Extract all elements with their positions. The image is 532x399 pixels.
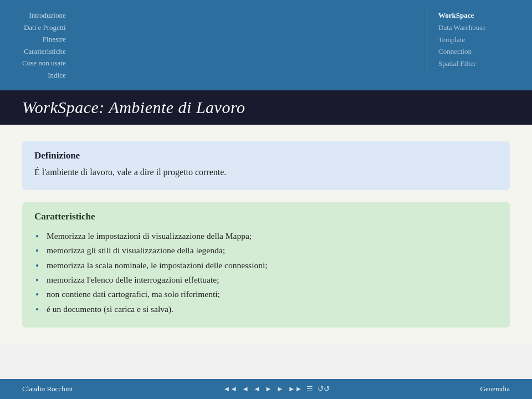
- nav-arrows: ◄◄ ◄ ◄ ► ► ►► ☰ ↺↺: [222, 385, 331, 393]
- main-content: Definizione É l'ambiente di lavoro, vale…: [0, 125, 532, 344]
- arrow-first[interactable]: ◄◄: [222, 385, 238, 393]
- list-item: memorizza l'elenco delle interrogazioni …: [34, 273, 498, 287]
- list-item: memorizza gli stili di visualizzazione d…: [34, 243, 498, 258]
- arrow-last[interactable]: ►►: [287, 385, 304, 393]
- list-item: memorizza la scala nominale, le impostaz…: [34, 258, 498, 273]
- nav-right-spatialfilter[interactable]: Spatial Filter: [438, 58, 476, 70]
- list-item: non contiene dati cartografici, ma solo …: [34, 287, 498, 301]
- list-item: Memorizza le impostazioni di visualizzaz…: [34, 229, 498, 243]
- footer: Claudio Rocchini ◄◄ ◄ ◄ ► ► ►► ☰ ↺↺ Geoe…: [0, 379, 532, 399]
- nav-left-links: Introduzione Dati e Progetti Finestre Ca…: [0, 6, 77, 85]
- characteristics-title: Caratteristiche: [34, 211, 498, 222]
- definition-title: Definizione: [34, 150, 498, 161]
- nav-link-cose[interactable]: Cose non usate: [22, 58, 66, 69]
- arrow-next[interactable]: ►: [264, 385, 273, 393]
- arrow-prev-section[interactable]: ◄: [241, 385, 250, 393]
- nav-link-indice[interactable]: Indice: [48, 70, 65, 81]
- nav-link-finestre[interactable]: Finestre: [43, 34, 66, 45]
- page-title: WorkSpace: Ambiente di Lavoro: [22, 98, 245, 117]
- arrow-menu[interactable]: ☰: [305, 385, 314, 393]
- top-navigation: Introduzione Dati e Progetti Finestre Ca…: [0, 0, 532, 90]
- definition-body: É l'ambiente di lavoro, vale a dire il p…: [34, 166, 498, 179]
- list-item: é un documento (si carica e si salva).: [34, 302, 498, 316]
- title-bar: WorkSpace: Ambiente di Lavoro: [0, 90, 532, 125]
- nav-link-dati[interactable]: Dati e Progetti: [24, 22, 66, 33]
- nav-right-datawarehouse[interactable]: Data Warehouse: [438, 22, 485, 34]
- arrow-prev[interactable]: ◄: [252, 385, 262, 393]
- definition-box: Definizione É l'ambiente di lavoro, vale…: [22, 141, 510, 190]
- footer-company: Geoemdia: [480, 385, 510, 393]
- footer-nav: ◄◄ ◄ ◄ ► ► ►► ☰ ↺↺: [222, 385, 331, 393]
- arrow-refresh[interactable]: ↺↺: [316, 385, 331, 393]
- nav-right-template[interactable]: Template: [438, 34, 465, 46]
- nav-right-workspace[interactable]: WorkSpace: [438, 10, 474, 22]
- nav-link-caratteristiche[interactable]: Caratteristiche: [24, 46, 66, 57]
- nav-right-items: WorkSpace Data Warehouse Template Connec…: [427, 6, 510, 74]
- nav-right-connection[interactable]: Connection: [438, 46, 472, 58]
- bullet-list: Memorizza le impostazioni di visualizzaz…: [34, 229, 498, 316]
- footer-author: Claudio Rocchini: [22, 385, 73, 393]
- characteristics-box: Caratteristiche Memorizza le impostazion…: [22, 202, 510, 328]
- arrow-next-section[interactable]: ►: [275, 385, 285, 393]
- nav-link-introduzione[interactable]: Introduzione: [29, 10, 65, 21]
